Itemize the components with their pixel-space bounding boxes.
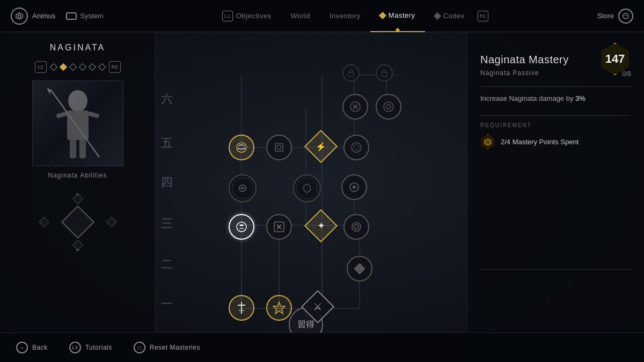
nav-item-objectives[interactable]: L1 Objectives [213, 0, 281, 32]
skill-tree: 六 五 四 三 二 一 習得 [156, 32, 467, 333]
skill-row5-node1[interactable] [229, 135, 254, 160]
weapon-portrait [32, 80, 123, 166]
back-label: Back [32, 344, 48, 351]
node-circle-r1n1 [229, 295, 254, 321]
svg-point-48 [277, 145, 281, 150]
top-navigation: Animus System L1 Objectives World Invent… [0, 0, 644, 32]
node-diamond-r3n3: ✦ [304, 209, 338, 242]
svg-point-1 [18, 14, 21, 17]
skill-row1-node3[interactable]: ⚔ [306, 295, 330, 319]
inventory-label: Inventory [330, 12, 361, 20]
r1-badge: R1 [478, 11, 488, 21]
node-circle-r3n2 [266, 214, 292, 240]
node-circle-r6n2 [376, 94, 401, 120]
tutorials-button[interactable]: L3 Tutorials [69, 342, 112, 353]
reset-icon: □ [134, 342, 145, 353]
nav-item-codex[interactable]: Codex [425, 0, 474, 32]
nav-left-section: Animus System [11, 8, 104, 25]
skill-row3-node3[interactable]: ✦ [309, 214, 333, 238]
skill-row6-lock2[interactable] [376, 64, 393, 82]
skill-row3-node4[interactable] [343, 214, 369, 240]
skill-row4-node2[interactable] [293, 174, 321, 202]
nav-right-section: Store [597, 9, 633, 24]
skill-row6-node2[interactable] [376, 94, 401, 120]
animus-menu[interactable]: Animus [11, 8, 55, 25]
reset-button[interactable]: □ Reset Masteries [134, 342, 200, 353]
svg-point-50 [354, 145, 359, 150]
svg-point-55 [386, 105, 391, 109]
svg-rect-51 [348, 72, 354, 77]
skill-description: Increase Naginata damage by 3% [480, 93, 631, 105]
rank-dot-2 [59, 63, 67, 71]
node-circle-r3n4 [343, 214, 369, 240]
rank-dot-1 [49, 63, 57, 71]
animus-icon [11, 8, 28, 25]
node-lock-1 [342, 64, 360, 82]
node-diamond-r1n3: ⚔ [301, 290, 334, 323]
weapon-title: NAGINATA [50, 43, 105, 53]
nav-center-section: L1 Objectives World Inventory Mastery Co… [104, 0, 597, 32]
requirement-label: REQUIREMENT [480, 122, 631, 128]
skill-row3-node2[interactable] [266, 214, 292, 240]
back-button[interactable]: ○ Back [16, 342, 48, 353]
nav-item-world[interactable]: World [281, 0, 320, 32]
svg-marker-10 [47, 87, 51, 94]
mastery-counter: 147 [599, 43, 631, 75]
node-circle-r6n1 [342, 94, 368, 120]
nav-item-mastery[interactable]: Mastery [370, 0, 425, 32]
skill-row6-node1[interactable] [342, 94, 368, 120]
skill-row3-node1[interactable] [229, 214, 254, 240]
rank-dot-5 [88, 63, 96, 71]
tutorials-label: Tutorials [85, 344, 112, 351]
l1-badge: L1 [222, 11, 233, 21]
node-lock-2 [376, 64, 393, 82]
skill-row1-node2[interactable] [266, 295, 292, 321]
row-label-3: 三 [161, 216, 173, 232]
skill-row5-node3[interactable]: ⚡ [309, 135, 333, 158]
node-circle-r1n2 [266, 295, 292, 321]
row-label-1: 一 [161, 296, 173, 312]
skill-row5-node2[interactable] [266, 135, 292, 160]
system-menu[interactable]: System [66, 12, 103, 20]
codex-diamond-icon [434, 12, 441, 19]
warrior-image [33, 81, 123, 166]
store-label: Store [597, 12, 614, 20]
reset-label: Reset Masteries [150, 344, 200, 351]
node-diamond-r5n3: ⚡ [304, 130, 338, 163]
system-label: System [80, 12, 103, 20]
r2-button[interactable]: R2 [109, 61, 121, 73]
skill-row1-node1[interactable] [229, 295, 254, 321]
divider-3 [480, 269, 631, 270]
skill-row4-node1[interactable] [229, 174, 257, 202]
row-label-4: 四 [161, 174, 173, 190]
nav-item-inventory[interactable]: Inventory [320, 0, 370, 32]
row-label-2: 二 [161, 256, 173, 272]
svg-marker-37 [273, 302, 285, 314]
codex-label: Codex [443, 12, 465, 20]
store-button[interactable]: Store [597, 9, 633, 24]
rank-dots: L2 R2 [35, 61, 121, 73]
right-panel: 147 Naginata Mastery Naginata Passive 0/… [467, 32, 644, 362]
req-text: 2/4 Mastery Points Spent [501, 138, 579, 146]
skill-row5-node4[interactable] [343, 135, 369, 160]
svg-point-42 [352, 223, 361, 231]
tutorials-icon: L3 [69, 342, 81, 353]
left-panel: NAGINATA L2 R2 Naginata Ab [0, 32, 156, 362]
skill-tree-inner: 六 五 四 三 二 一 習得 [156, 32, 467, 333]
rank-dot-3 [69, 63, 76, 71]
rank-dot-6 [98, 63, 105, 71]
weapon-navigator: ⌃ ‹ › ⌄ [35, 190, 121, 254]
svg-point-54 [384, 102, 393, 112]
node-circle-r4n3 [341, 174, 367, 200]
svg-rect-6 [87, 111, 99, 118]
objectives-label: Objectives [236, 12, 272, 20]
mastery-label: Mastery [389, 11, 415, 19]
svg-point-49 [352, 143, 361, 152]
skill-row6-lock1[interactable] [342, 64, 360, 82]
node-circle-r5n1 [229, 135, 254, 160]
svg-point-3 [68, 90, 87, 112]
svg-marker-0 [16, 13, 23, 19]
skill-row4-node3[interactable] [341, 174, 367, 200]
skill-row2-node1[interactable] [347, 256, 372, 282]
l2-button[interactable]: L2 [35, 61, 47, 73]
